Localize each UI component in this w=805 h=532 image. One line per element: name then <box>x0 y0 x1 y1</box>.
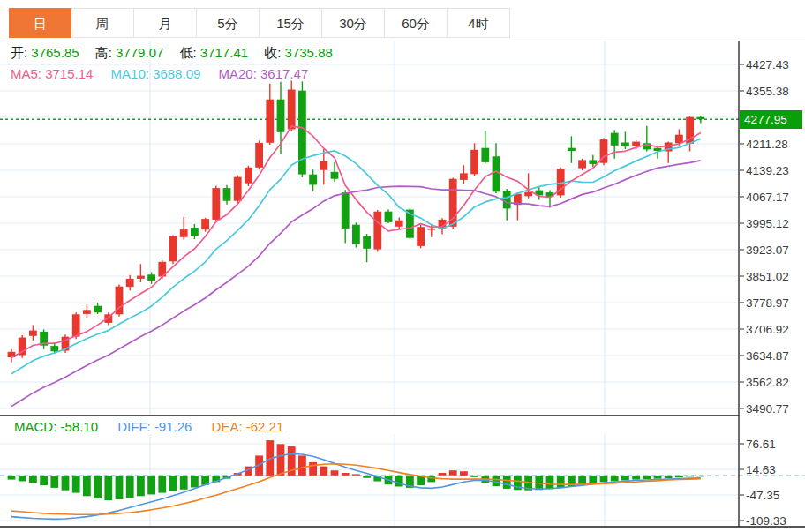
open-value: 3765.85 <box>31 45 79 60</box>
axis-tick-label: 3706.92 <box>746 323 801 336</box>
axis-tick-label: 3778.97 <box>746 296 801 310</box>
low-value: 3717.41 <box>200 45 248 60</box>
ma5-legend: MA5: 3715.14 <box>11 66 93 81</box>
axis-tick-label: 3562.82 <box>746 376 801 389</box>
axis-tick-label: -47.35 <box>746 489 801 502</box>
axis-tick-label: 3995.12 <box>746 217 801 230</box>
ma-legend-row: MA5: 3715.14 MA10: 3688.09 MA20: 3617.47 <box>11 66 322 81</box>
ohlc-info-row: 开: 3765.85 高: 3779.07 低: 3717.41 收: 3735… <box>11 45 345 62</box>
axis-tick-label: 4427.43 <box>746 58 801 71</box>
ma20-legend: MA20: 3617.47 <box>219 66 309 81</box>
axis-tick-label: -109.33 <box>746 514 801 528</box>
axis-tick-label: 3851.02 <box>746 270 801 283</box>
ma10-legend: MA10: 3688.09 <box>111 66 201 81</box>
axis-tick-label: 4355.38 <box>746 85 801 98</box>
high-value: 3779.07 <box>116 45 163 60</box>
trading-chart-page: { "tabs": { "items": [ {"name":"tab-day"… <box>0 0 805 532</box>
macd-legend-row: MACD: -58.10 DIFF: -91.26 DEA: -62.21 <box>14 419 299 434</box>
diff-value-legend: DIFF: -91.26 <box>117 419 192 434</box>
axis-tick-label: 4139.23 <box>746 164 801 177</box>
axis-tick-label: 4067.17 <box>746 191 801 204</box>
axis-tick-label: 3634.87 <box>746 349 801 363</box>
axis-tick-label: 4211.28 <box>746 138 801 151</box>
high-label: 高: <box>95 45 112 60</box>
axis-tick-label: 3923.07 <box>746 244 801 257</box>
dea-value-legend: DEA: -62.21 <box>212 419 284 434</box>
axis-tick-label: 3490.77 <box>746 402 801 416</box>
axis-tick-label: 14.63 <box>746 463 801 476</box>
macd-value-legend: MACD: -58.10 <box>14 419 98 434</box>
last-price-tag: 4277.95 <box>740 110 802 129</box>
close-value: 3735.88 <box>285 45 333 60</box>
open-label: 开: <box>11 45 27 60</box>
close-label: 收: <box>264 45 281 60</box>
low-label: 低: <box>180 45 197 60</box>
axis-tick-label: 76.61 <box>746 438 801 451</box>
